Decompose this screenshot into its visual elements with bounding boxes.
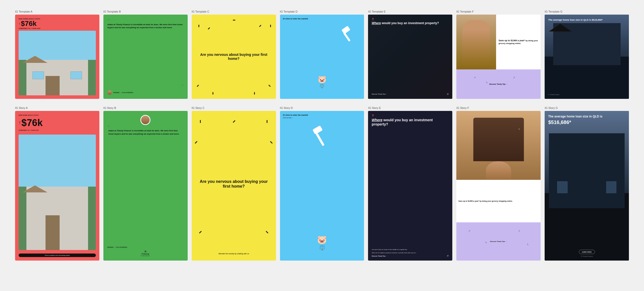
template-f-text-area: Save up to $1369 a year* by doing your g…	[496, 15, 541, 69]
story-f-save-text: Save up to $1369 a year* by doing your g…	[458, 200, 539, 202]
story-d-label: IG Story D	[280, 106, 364, 109]
story-f-card[interactable]: Save up to $1369 a year* by doing your g…	[456, 111, 541, 261]
template-f-card[interactable]: Save up to $1369 a year* by doing your g…	[456, 15, 541, 99]
story-e-body-text: You don't have to invest in the middle o…	[372, 248, 449, 251]
template-c-wrapper: IG Template C Are you nervous about buyi…	[192, 10, 276, 99]
story-f-save-strong: Save up to $1369 a year*	[458, 200, 479, 202]
template-g-loan-text: The average home loan size in QLD is $51…	[548, 18, 625, 21]
template-g-logo: ⏱ Timely Finance	[548, 94, 625, 95]
story-b-quote: Adam at Timely Finance is incredible at …	[107, 129, 184, 246]
template-e-question: Where would you buy an investment proper…	[372, 21, 449, 25]
sf-p-dash-1	[468, 230, 470, 232]
story-e-card[interactable]: 📍 Where would you buy an investment prop…	[368, 111, 452, 261]
story-g-card[interactable]: The average home loan size in QLD is $51…	[545, 111, 629, 261]
story-g-content: The average home loan size in QLD is $51…	[548, 114, 625, 125]
story-f-text-area: Save up to $1369 a year* by doing your g…	[456, 180, 541, 222]
story-g-window-2	[606, 181, 616, 193]
template-d-wrapper: IG Template D It's time to enter the mar…	[280, 10, 364, 99]
story-e-top: 📍 Where would you buy an investment prop…	[372, 114, 449, 127]
story-g-wrapper: IG Story G The average home loan size in…	[545, 106, 629, 261]
piggy-bank-icon: 🐷 ⚖️	[318, 75, 327, 88]
template-c-text: Are you nervous about buying your first …	[196, 53, 272, 61]
template-b-label: IG Template B	[103, 10, 188, 13]
story-a-bottom-text: COMPARED TO 1 YEAR AGO	[19, 130, 96, 131]
purple-content: Discover Timely Tips →	[459, 71, 538, 97]
story-a-house	[19, 135, 96, 250]
template-e-label: IG Template E	[368, 10, 452, 13]
story-f-person	[473, 118, 524, 180]
story-a-card[interactable]: NEW HOME BUILD COSTS ↑ $76k COMPARED TO …	[15, 111, 99, 261]
story-e-pin: 📍	[372, 114, 449, 117]
story-b-card[interactable]: " Adam at Timely Finance is incredible a…	[103, 111, 188, 261]
story-c-main-text: Are you nervous about buying your first …	[196, 115, 272, 253]
purple-dash-3	[513, 76, 515, 78]
template-b-author-row: RENEE – CALOUNDRA	[107, 90, 184, 95]
dash-7	[213, 92, 213, 95]
sf-p-dash-3	[519, 230, 520, 232]
template-a-house	[19, 31, 96, 95]
template-f-photo	[456, 15, 496, 69]
story-c-wrapper: IG Story C Are you nervous about buying …	[192, 106, 276, 261]
face-area	[486, 161, 511, 180]
story-e-body: You don't have to invest in the middle o…	[372, 127, 449, 255]
template-c-label: IG Template C	[192, 10, 276, 13]
timely-logo-e: ⏱	[447, 93, 449, 95]
template-e-content: 📍 Where would you buy an investment prop…	[372, 18, 449, 25]
template-b-quote: Adam at Timely Finance is incredible at …	[107, 23, 184, 85]
story-f-discover: Discover Timely Tips →	[490, 241, 507, 242]
template-c-card[interactable]: Are you nervous about buying your first …	[192, 15, 276, 99]
story-c-card[interactable]: Are you nervous about buying your first …	[192, 111, 276, 261]
template-g-content: The average home loan size in QLD is $51…	[548, 18, 625, 21]
story-e-discover-text: Discover Timely Tips →	[372, 255, 387, 257]
template-a-card[interactable]: NEW HOME BUILD COSTS ↑ $76k COMPARED TO …	[15, 15, 99, 99]
story-b-wrapper: IG Story B " Adam at Timely Finance is i…	[103, 106, 188, 261]
author-avatar	[107, 90, 112, 95]
template-d-card[interactable]: It's time to enter the market! 🐷 ⚖️	[280, 15, 364, 99]
house-door	[46, 76, 59, 95]
template-g-wrapper: IG Template G The average home loan size…	[545, 10, 629, 99]
story-a-top-text: NEW HOME BUILD COSTS	[19, 114, 96, 116]
svg-rect-1	[343, 32, 350, 41]
house-window-left	[32, 71, 44, 79]
story-e-question: Where would you buy an investment proper…	[372, 118, 449, 127]
template-f-discover: Discover Timely Tips →	[489, 83, 508, 85]
story-a-cta[interactable]: Time to explore your borrowing power	[19, 254, 96, 257]
story-b-label: IG Story B	[103, 106, 188, 109]
story-f-wrapper: IG Story F Save up to $1369 a year* by d…	[456, 106, 541, 261]
template-d-visual: 🐷 ⚖️	[283, 21, 361, 96]
template-f-save-text: Save up to $1369 a year* by doing your g…	[499, 39, 538, 45]
template-a-arrow: ↑	[19, 22, 20, 26]
quote-open: "	[107, 19, 184, 23]
dash-6	[197, 85, 199, 87]
story-c-label: IG Story C	[192, 106, 276, 109]
quote-close: "	[107, 84, 184, 89]
template-b-card[interactable]: " Adam at Timely Finance is incredible a…	[103, 15, 188, 99]
template-f-bottom: Discover Timely Tips →	[456, 69, 541, 99]
story-f-photo	[456, 111, 541, 180]
story-e-label: IG Story E	[368, 106, 452, 109]
stories-section: IG Story A NEW HOME BUILD COSTS ↑ $76k C…	[15, 106, 629, 261]
template-e-card[interactable]: 📍 Where would you buy an investment prop…	[368, 15, 452, 99]
story-d-top-text: It's time to enter the market!	[283, 114, 361, 116]
story-e-body-text-2: Here are 12 regions property investors c…	[372, 252, 449, 254]
story-e-discover: Discover Timely Tips → ⏱	[372, 255, 449, 257]
template-g-label: IG Template G	[545, 10, 629, 13]
template-a-price: $76k	[21, 20, 36, 27]
story-b-avatar-fill	[141, 116, 150, 124]
discover-text: Discover Timely Tips →	[372, 93, 387, 95]
story-g-house-walls	[549, 133, 625, 208]
question-rest: would you buy an investment property?	[381, 21, 439, 25]
dash-2	[208, 27, 210, 30]
avatar-fill	[107, 90, 112, 95]
house-roof-g	[549, 24, 572, 31]
template-g-card[interactable]: The average home loan size in QLD is $51…	[545, 15, 629, 99]
house-window-right	[70, 71, 82, 79]
story-g-cta-button[interactable]: Learn more	[579, 250, 595, 254]
story-b-avatar	[140, 115, 150, 125]
story-d-piggy: 🐷 ⚖️	[317, 235, 327, 251]
story-f-purple: Discover Timely Tips →	[456, 222, 541, 261]
story-a-label: IG Story A	[15, 106, 99, 109]
template-e-wrapper: IG Template E 📍 Where would you buy an i…	[368, 10, 452, 99]
story-c-sub-text: Alleviate the anxiety by chatting with u…	[218, 253, 249, 257]
story-d-card[interactable]: It's time to enter the market! Find out …	[280, 111, 364, 261]
